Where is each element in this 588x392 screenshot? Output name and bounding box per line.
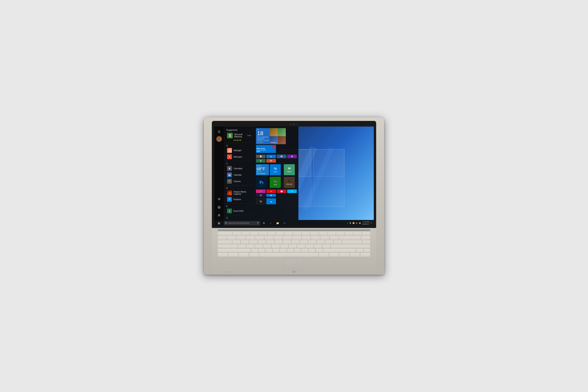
key-6[interactable] (274, 236, 283, 240)
tile-maps[interactable]: 🗺 Maps (284, 164, 295, 175)
tile-netflix[interactable]: N (266, 190, 276, 193)
key-3[interactable] (246, 236, 255, 240)
key-home[interactable] (354, 232, 362, 236)
key-f[interactable] (263, 244, 271, 248)
key-pgdn[interactable] (362, 240, 370, 244)
app-item-dropbox[interactable]: 📦 Dropbox (226, 196, 252, 202)
key-delete[interactable] (345, 232, 353, 236)
key-l[interactable] (306, 244, 313, 248)
key-comma[interactable] (301, 249, 308, 252)
tile-excel[interactable]: X (256, 159, 266, 162)
key-r[interactable] (258, 240, 266, 244)
tile-photos[interactable]: Photos (270, 128, 286, 144)
app-item-calendar[interactable]: 📅 Calendar (226, 172, 252, 178)
key-f1[interactable] (233, 232, 241, 236)
tile-xbox[interactable]: 🎮 Xbox (270, 177, 281, 188)
key-c[interactable] (266, 249, 272, 252)
key-alt-left[interactable] (249, 253, 259, 257)
key-f3[interactable] (250, 232, 258, 236)
tile-onenote[interactable]: N (287, 154, 297, 158)
tile-minecraft[interactable]: ⛏ Minecraft (284, 177, 295, 188)
tile-weather[interactable]: Sunny 68°F 88° 67° Los Angeles (256, 164, 269, 175)
app-item-dragon[interactable]: 🐉 Dragon Mania Legends (226, 190, 252, 196)
volume-icon[interactable]: 🔊 (356, 222, 358, 224)
key-right[interactable] (360, 253, 370, 257)
key-i[interactable] (292, 240, 299, 244)
key-backspace[interactable] (339, 236, 361, 240)
key-s[interactable] (246, 244, 254, 248)
key-minus[interactable] (320, 236, 329, 240)
key-g[interactable] (272, 244, 280, 248)
key-f5[interactable] (267, 232, 275, 236)
notification-icon[interactable]: 🔔 (359, 222, 361, 224)
key-alt-right[interactable] (319, 253, 329, 257)
tile-remote[interactable]: 🖥 (266, 194, 276, 197)
taskbar-search[interactable]: 🔍 Search the web and Windows 🎤 (224, 221, 260, 225)
store-taskbar-icon[interactable]: 🛍 (281, 220, 288, 226)
app-item-mahjong[interactable]: 🀄 Microsoft Mahjong Free (226, 132, 252, 139)
key-y[interactable] (275, 240, 283, 244)
key-capslock[interactable] (218, 244, 237, 248)
key-shift-left[interactable] (218, 249, 251, 252)
hamburger-menu-button[interactable]: ☰ (215, 128, 223, 135)
key-f10[interactable] (310, 232, 318, 236)
touchpad[interactable] (284, 259, 304, 271)
settings-icon[interactable]: ⚙ (215, 196, 223, 203)
key-enter[interactable] (331, 244, 370, 248)
user-avatar[interactable]: 👤 (216, 136, 222, 142)
key-shift-right[interactable] (323, 249, 356, 252)
key-backslash[interactable] (334, 240, 342, 244)
key-v[interactable] (273, 249, 279, 252)
key-f2[interactable] (241, 232, 249, 236)
key-f7[interactable] (285, 232, 293, 236)
app-item-allrecipes[interactable]: A Allrecipes (226, 154, 252, 160)
tile-msnews[interactable]: 📰 (277, 190, 286, 193)
tile-word[interactable]: W (277, 154, 286, 158)
key-8[interactable] (292, 236, 301, 240)
key-u[interactable] (283, 240, 291, 244)
key-space[interactable] (259, 253, 318, 257)
tile-photoshop[interactable]: Ps (256, 177, 267, 188)
key-equals[interactable] (330, 236, 339, 240)
key-4[interactable] (255, 236, 264, 240)
key-w[interactable] (241, 240, 249, 244)
app-item-camera[interactable]: 📷 Camera (226, 178, 252, 184)
key-a[interactable] (238, 244, 246, 248)
tile-edge[interactable]: e (266, 154, 276, 158)
tile-store[interactable]: 🛍 Store (270, 164, 281, 175)
key-5[interactable] (265, 236, 273, 240)
key-t[interactable] (266, 240, 274, 244)
key-j[interactable] (289, 244, 297, 248)
tile-powerpoint[interactable]: P (266, 159, 276, 162)
tile-onedrive[interactable]: ☁ (266, 198, 276, 204)
key-lbracket[interactable] (317, 240, 325, 244)
app-item-afterlight[interactable]: ✦ Afterlight (226, 147, 252, 154)
tile-mail[interactable]: Mike Kong School Project Notes Mail 20 (256, 145, 276, 153)
key-o[interactable] (300, 240, 308, 244)
key-9[interactable] (302, 236, 311, 240)
tile-skype[interactable]: S (287, 190, 297, 193)
key-z[interactable] (251, 249, 258, 252)
key-n[interactable] (287, 249, 294, 252)
tile-groove[interactable]: ♪ (256, 190, 266, 193)
key-period[interactable] (309, 249, 315, 252)
key-fn[interactable] (228, 253, 238, 257)
key-esc[interactable] (218, 232, 232, 236)
key-f6[interactable] (276, 232, 284, 236)
key-left[interactable] (340, 253, 349, 257)
key-2[interactable] (236, 236, 245, 240)
app-item-excel[interactable]: X Excel 2016 (226, 208, 252, 214)
key-b[interactable] (280, 249, 287, 252)
chevron-up-icon[interactable]: ∧ (347, 222, 348, 224)
task-view-button[interactable]: ⧉ (261, 220, 267, 226)
edge-taskbar-icon[interactable]: e (268, 220, 274, 226)
key-7[interactable] (283, 236, 292, 240)
key-rbracket[interactable] (325, 240, 333, 244)
key-prtsc[interactable] (336, 232, 344, 236)
key-semicolon[interactable] (314, 244, 322, 248)
start-button[interactable]: ⊞ (214, 220, 224, 226)
key-f9[interactable] (302, 232, 310, 236)
key-ctrl-left[interactable] (218, 253, 228, 257)
key-0[interactable] (311, 236, 320, 240)
action-center-icon[interactable]: 🗨 (371, 222, 372, 224)
